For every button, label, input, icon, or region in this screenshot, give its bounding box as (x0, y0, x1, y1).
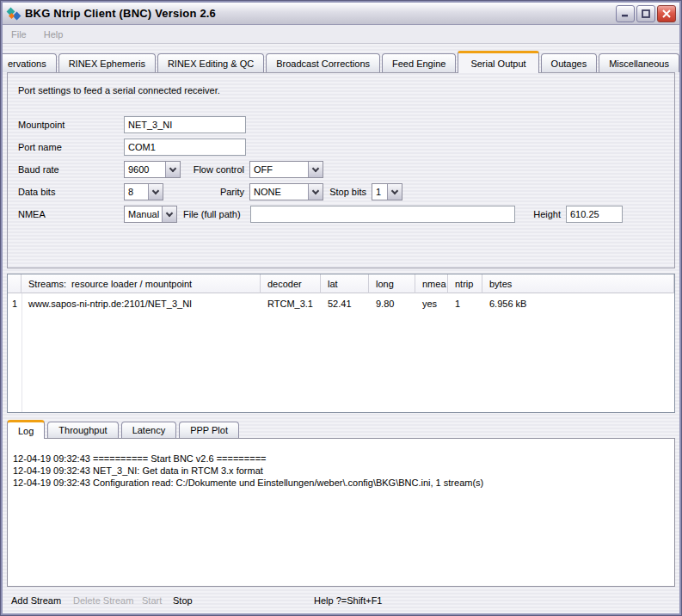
port-name-label: Port name (18, 139, 62, 156)
nmea-select[interactable]: Manual (124, 206, 177, 223)
client-area: ervations RINEX Ephemeris RINEX Editing … (3, 44, 679, 613)
col-decoder: decoder (261, 274, 321, 293)
app-icon (6, 6, 22, 22)
main-tab-bar: ervations RINEX Ephemeris RINEX Editing … (3, 50, 675, 72)
menu-bar: File Help (3, 25, 679, 44)
tab-serial-output[interactable]: Serial Output (458, 51, 538, 73)
mountpoint-input[interactable] (124, 116, 246, 133)
cell-nmea: yes (415, 293, 448, 314)
action-bar: Add Stream Delete Stream Start Stop Help… (7, 587, 675, 613)
cell-ntrip: 1 (448, 293, 482, 314)
chevron-down-icon[interactable] (162, 206, 176, 222)
tab-observations[interactable]: ervations (3, 53, 57, 72)
chevron-down-icon[interactable] (308, 184, 323, 200)
col-long: long (369, 274, 415, 293)
tab-throughput[interactable]: Throughput (47, 422, 118, 438)
port-name-input[interactable] (124, 139, 246, 156)
log-line: 12-04-19 09:32:43 Configuration read: C:… (13, 477, 669, 489)
flow-control-label: Flow control (154, 161, 244, 178)
col-nmea: nmea (415, 274, 448, 293)
nmea-label: NMEA (18, 206, 46, 223)
log-line: 12-04-19 09:32:43 NET_3_NI: Get data in … (13, 465, 669, 477)
minimize-icon (621, 9, 630, 17)
title-bar: BKG Ntrip Client (BNC) Version 2.6 (3, 3, 679, 25)
file-path-input[interactable] (250, 206, 515, 223)
table-row[interactable]: 1 www.sapos-ni-ntrip.de:2101/NET_3_NI RT… (8, 293, 674, 314)
file-path-label: File (full path) (183, 206, 249, 223)
cell-long: 9.80 (369, 293, 415, 314)
maximize-icon (642, 9, 650, 18)
row-number-header (8, 274, 22, 293)
tab-miscellaneous[interactable]: Miscellaneous (599, 53, 679, 72)
bottom-tab-bar: Log Throughput Latency PPP Plot (7, 419, 675, 438)
mountpoint-label: Mountpoint (18, 116, 65, 133)
stop-bits-label: Stop bits (322, 183, 366, 200)
baud-rate-label: Baud rate (18, 161, 59, 178)
col-bytes: bytes (482, 274, 674, 293)
data-bits-select[interactable]: 8 (124, 183, 163, 200)
menu-file[interactable]: File (11, 29, 27, 40)
window-title: BKG Ntrip Client (BNC) Version 2.6 (25, 7, 216, 20)
menu-help[interactable]: Help (44, 29, 64, 40)
flow-control-select[interactable]: OFF (249, 161, 323, 178)
panel-description: Port settings to feed a serial connected… (18, 85, 220, 95)
start-button[interactable]: Start (142, 595, 162, 606)
row-header-divider (22, 293, 22, 412)
close-icon (662, 9, 671, 18)
stop-bits-value: 1 (372, 187, 387, 197)
col-ntrip: ntrip (448, 274, 482, 293)
stop-button[interactable]: Stop (173, 595, 193, 606)
flow-control-value: OFF (250, 164, 308, 175)
chevron-down-icon[interactable] (387, 184, 402, 200)
minimize-button[interactable] (616, 5, 635, 22)
tab-log[interactable]: Log (7, 420, 45, 439)
streams-table-header: Streams: resource loader / mountpoint de… (8, 274, 674, 293)
data-bits-label: Data bits (18, 183, 55, 200)
tab-latency[interactable]: Latency (121, 422, 177, 438)
height-label: Height (528, 206, 561, 223)
data-bits-value: 8 (125, 187, 148, 197)
cell-lat: 52.41 (321, 293, 369, 314)
parity-value: NONE (250, 187, 308, 197)
chevron-down-icon[interactable] (308, 162, 323, 177)
app-window: BKG Ntrip Client (BNC) Version 2.6 File … (0, 0, 682, 616)
col-mountpoint: Streams: resource loader / mountpoint (22, 274, 261, 293)
tab-broadcast-corrections[interactable]: Broadcast Corrections (266, 53, 380, 72)
maximize-button[interactable] (636, 5, 655, 22)
log-line: 12-04-19 09:32:43 ========== Start BNC v… (13, 453, 669, 465)
tab-rinex-ephemeris[interactable]: RINEX Ephemeris (58, 53, 156, 72)
streams-table: Streams: resource loader / mountpoint de… (7, 274, 675, 413)
parity-select[interactable]: NONE (249, 183, 323, 200)
nmea-value: Manual (125, 209, 162, 219)
delete-stream-button[interactable]: Delete Stream (73, 595, 133, 606)
help-shortcut-button[interactable]: Help ?=Shift+F1 (314, 595, 383, 606)
log-output[interactable]: 12-04-19 09:32:43 ========== Start BNC v… (7, 438, 675, 587)
cell-decoder: RTCM_3.1 (261, 293, 321, 314)
tab-rinex-editing-qc[interactable]: RINEX Editing & QC (157, 53, 264, 72)
add-stream-button[interactable]: Add Stream (11, 595, 61, 606)
tab-outages[interactable]: Outages (541, 53, 598, 72)
cell-bytes: 6.956 kB (482, 293, 674, 314)
col-lat: lat (321, 274, 369, 293)
row-number: 1 (8, 293, 22, 314)
close-button[interactable] (657, 5, 676, 22)
cell-mountpoint: www.sapos-ni-ntrip.de:2101/NET_3_NI (22, 293, 261, 314)
stop-bits-select[interactable]: 1 (372, 183, 402, 200)
height-input[interactable] (566, 206, 623, 223)
parity-label: Parity (180, 183, 244, 200)
chevron-down-icon[interactable] (148, 184, 163, 200)
tab-feed-engine[interactable]: Feed Engine (382, 53, 456, 72)
serial-output-panel: Port settings to feed a serial connected… (7, 72, 675, 268)
tab-ppp-plot[interactable]: PPP Plot (179, 422, 239, 438)
